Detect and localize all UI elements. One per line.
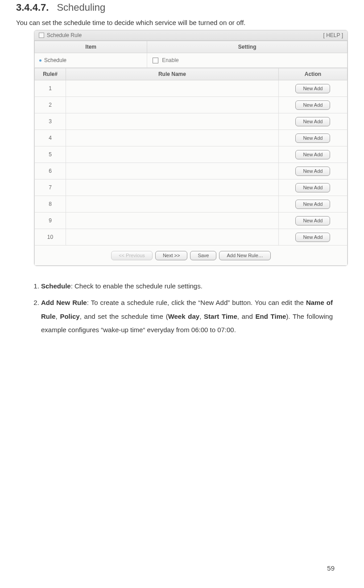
rule-number: 2 <box>35 97 66 113</box>
next-button[interactable]: Next >> <box>155 251 188 260</box>
term-start-time: Start Time <box>204 313 237 320</box>
previous-button: << Previous <box>111 251 153 260</box>
description-list: Schedule: Check to enable the schedule r… <box>31 279 333 337</box>
panel-icon <box>39 33 44 38</box>
help-link[interactable]: [ HELP ] <box>323 32 343 38</box>
rule-number: 7 <box>35 179 66 196</box>
table-row: 4New Add <box>35 130 347 146</box>
rule-name-cell <box>66 146 279 163</box>
rule-number: 8 <box>35 196 66 213</box>
term-policy: Policy <box>60 313 79 320</box>
rule-number: 9 <box>35 213 66 229</box>
rule-name-cell <box>66 97 279 113</box>
rule-name-cell <box>66 80 279 97</box>
col-item: Item <box>35 41 147 53</box>
col-rule-name: Rule Name <box>66 68 279 80</box>
rule-number: 5 <box>35 146 66 163</box>
term-schedule: Schedule <box>41 282 71 290</box>
term-week-day: Week day <box>168 313 200 320</box>
table-row: 10New Add <box>35 229 347 246</box>
rule-number: 10 <box>35 229 66 246</box>
rule-name-cell <box>66 179 279 196</box>
list-item: Add New Rule: To create a schedule rule,… <box>41 296 333 337</box>
new-add-button[interactable]: New Add <box>295 200 330 209</box>
col-action: Action <box>278 68 347 80</box>
table-row: 2New Add <box>35 97 347 113</box>
rule-name-cell <box>66 213 279 229</box>
panel-header: Schedule Rule [ HELP ] <box>34 30 347 41</box>
item-setting-table: Item Setting Schedule Enable <box>34 41 347 68</box>
table-row: 7New Add <box>35 179 347 196</box>
rule-number: 3 <box>35 113 66 130</box>
term-add-new-rule: Add New Rule <box>41 299 87 306</box>
footer-row: << Previous Next >> Save Add New Rule… <box>35 246 347 266</box>
new-add-button[interactable]: New Add <box>295 133 330 143</box>
page-number: 59 <box>327 564 335 572</box>
section-heading: 3.4.4.7.Scheduling <box>16 2 348 13</box>
rule-number: 1 <box>35 80 66 97</box>
new-add-button[interactable]: New Add <box>295 233 330 242</box>
list-item: Schedule: Check to enable the schedule r… <box>41 279 333 293</box>
table-row: 1New Add <box>35 80 347 97</box>
rule-name-cell <box>66 196 279 213</box>
schedule-rule-panel: Schedule Rule [ HELP ] Item Setting Sche… <box>34 30 348 266</box>
new-add-button[interactable]: New Add <box>295 84 330 93</box>
table-row: 3New Add <box>35 113 347 130</box>
rule-number: 4 <box>35 130 66 146</box>
section-title: Scheduling <box>57 2 105 13</box>
new-add-button[interactable]: New Add <box>295 167 330 176</box>
col-rule-num: Rule# <box>35 68 66 80</box>
new-add-button[interactable]: New Add <box>295 183 330 192</box>
new-add-button[interactable]: New Add <box>295 117 330 126</box>
table-row: 8New Add <box>35 196 347 213</box>
new-add-button[interactable]: New Add <box>295 150 330 159</box>
intro-text: You can set the schedule time to decide … <box>16 19 348 26</box>
add-new-rule-button[interactable]: Add New Rule… <box>219 251 270 260</box>
enable-label: Enable <box>162 57 178 63</box>
panel-title: Schedule Rule <box>47 32 82 38</box>
rules-table: Rule# Rule Name Action 1New Add 2New Add… <box>34 68 347 266</box>
table-row: 6New Add <box>35 163 347 179</box>
new-add-button[interactable]: New Add <box>295 100 330 110</box>
col-setting: Setting <box>147 41 347 53</box>
rule-number: 6 <box>35 163 66 179</box>
bullet-icon <box>39 59 41 62</box>
rule-name-cell <box>66 130 279 146</box>
save-button[interactable]: Save <box>190 251 216 260</box>
new-add-button[interactable]: New Add <box>295 216 330 225</box>
table-row: 5New Add <box>35 146 347 163</box>
rule-name-cell <box>66 113 279 130</box>
table-row: 9New Add <box>35 213 347 229</box>
term-end-time: End Time <box>256 313 286 320</box>
section-number: 3.4.4.7. <box>16 2 49 13</box>
schedule-label: Schedule <box>44 57 66 63</box>
rule-name-cell <box>66 229 279 246</box>
enable-checkbox[interactable] <box>153 58 158 63</box>
rule-name-cell <box>66 163 279 179</box>
